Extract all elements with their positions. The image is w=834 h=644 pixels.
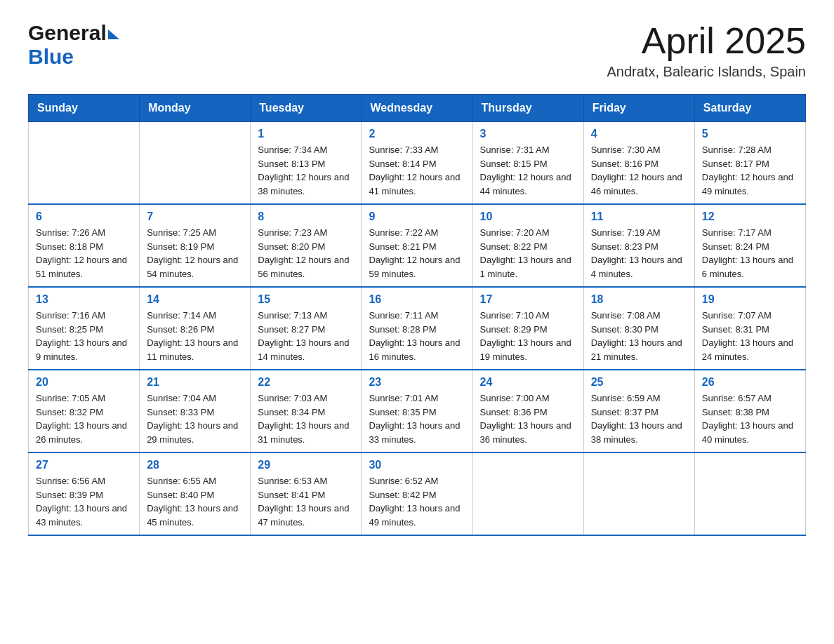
day-number: 4 <box>591 128 687 140</box>
day-info: Sunrise: 7:22 AMSunset: 8:21 PMDaylight:… <box>369 226 465 281</box>
day-number: 28 <box>147 459 243 471</box>
week-row-2: 6Sunrise: 7:26 AMSunset: 8:18 PMDaylight… <box>29 204 806 287</box>
table-row <box>694 452 805 535</box>
day-number: 7 <box>147 210 243 223</box>
table-row: 28Sunrise: 6:55 AMSunset: 8:40 PMDayligh… <box>140 452 251 535</box>
table-row: 8Sunrise: 7:23 AMSunset: 8:20 PMDaylight… <box>251 204 362 287</box>
table-row: 25Sunrise: 6:59 AMSunset: 8:37 PMDayligh… <box>583 370 694 452</box>
day-number: 23 <box>369 376 465 389</box>
table-row: 15Sunrise: 7:13 AMSunset: 8:27 PMDayligh… <box>251 287 362 370</box>
day-info: Sunrise: 6:55 AMSunset: 8:40 PMDaylight:… <box>147 474 243 529</box>
month-title: April 2025 <box>607 21 807 61</box>
day-info: Sunrise: 7:33 AMSunset: 8:14 PMDaylight:… <box>369 143 465 198</box>
col-monday: Monday <box>140 95 251 122</box>
day-number: 26 <box>702 376 798 389</box>
day-info: Sunrise: 7:20 AMSunset: 8:22 PMDaylight:… <box>480 226 576 281</box>
table-row: 1Sunrise: 7:34 AMSunset: 8:13 PMDaylight… <box>251 122 362 205</box>
day-number: 1 <box>258 128 354 140</box>
calendar-header-row: Sunday Monday Tuesday Wednesday Thursday… <box>29 95 806 122</box>
day-number: 9 <box>369 210 465 223</box>
table-row: 6Sunrise: 7:26 AMSunset: 8:18 PMDaylight… <box>29 204 140 287</box>
day-info: Sunrise: 7:08 AMSunset: 8:30 PMDaylight:… <box>591 309 687 363</box>
day-info: Sunrise: 7:31 AMSunset: 8:15 PMDaylight:… <box>480 143 576 198</box>
table-row: 21Sunrise: 7:04 AMSunset: 8:33 PMDayligh… <box>140 370 251 452</box>
table-row: 4Sunrise: 7:30 AMSunset: 8:16 PMDaylight… <box>583 122 694 205</box>
day-info: Sunrise: 7:05 AMSunset: 8:32 PMDaylight:… <box>36 391 132 446</box>
day-info: Sunrise: 6:59 AMSunset: 8:37 PMDaylight:… <box>591 391 687 446</box>
day-number: 10 <box>480 210 576 223</box>
table-row: 17Sunrise: 7:10 AMSunset: 8:29 PMDayligh… <box>472 287 583 370</box>
day-number: 27 <box>36 459 132 471</box>
table-row: 3Sunrise: 7:31 AMSunset: 8:15 PMDaylight… <box>472 122 583 205</box>
table-row: 2Sunrise: 7:33 AMSunset: 8:14 PMDaylight… <box>362 122 472 205</box>
table-row <box>583 452 694 535</box>
day-number: 8 <box>258 210 354 223</box>
day-info: Sunrise: 7:16 AMSunset: 8:25 PMDaylight:… <box>36 309 132 363</box>
table-row: 22Sunrise: 7:03 AMSunset: 8:34 PMDayligh… <box>251 370 362 452</box>
day-number: 25 <box>591 376 687 389</box>
day-info: Sunrise: 7:04 AMSunset: 8:33 PMDaylight:… <box>147 391 243 446</box>
day-number: 5 <box>702 128 798 140</box>
day-info: Sunrise: 6:56 AMSunset: 8:39 PMDaylight:… <box>36 474 132 529</box>
week-row-5: 27Sunrise: 6:56 AMSunset: 8:39 PMDayligh… <box>29 452 806 535</box>
day-info: Sunrise: 7:14 AMSunset: 8:26 PMDaylight:… <box>147 309 243 363</box>
day-info: Sunrise: 7:01 AMSunset: 8:35 PMDaylight:… <box>369 391 465 446</box>
table-row: 16Sunrise: 7:11 AMSunset: 8:28 PMDayligh… <box>362 287 472 370</box>
table-row: 18Sunrise: 7:08 AMSunset: 8:30 PMDayligh… <box>583 287 694 370</box>
logo-arrow-icon <box>108 29 119 39</box>
table-row <box>140 122 251 205</box>
day-info: Sunrise: 7:17 AMSunset: 8:24 PMDaylight:… <box>702 226 798 281</box>
day-info: Sunrise: 7:26 AMSunset: 8:18 PMDaylight:… <box>36 226 132 281</box>
day-info: Sunrise: 7:30 AMSunset: 8:16 PMDaylight:… <box>591 143 687 198</box>
logo-general-text: General <box>28 21 107 45</box>
table-row: 24Sunrise: 7:00 AMSunset: 8:36 PMDayligh… <box>472 370 583 452</box>
day-number: 24 <box>480 376 576 389</box>
table-row: 5Sunrise: 7:28 AMSunset: 8:17 PMDaylight… <box>694 122 805 205</box>
day-info: Sunrise: 7:00 AMSunset: 8:36 PMDaylight:… <box>480 391 576 446</box>
day-info: Sunrise: 7:13 AMSunset: 8:27 PMDaylight:… <box>258 309 354 363</box>
day-number: 18 <box>591 293 687 306</box>
day-number: 20 <box>36 376 132 389</box>
day-number: 15 <box>258 293 354 306</box>
day-info: Sunrise: 7:23 AMSunset: 8:20 PMDaylight:… <box>258 226 354 281</box>
table-row: 27Sunrise: 6:56 AMSunset: 8:39 PMDayligh… <box>29 452 140 535</box>
page-header: General Blue April 2025 Andratx, Baleari… <box>28 21 806 80</box>
logo: General Blue <box>28 21 119 69</box>
day-number: 3 <box>480 128 576 140</box>
table-row: 23Sunrise: 7:01 AMSunset: 8:35 PMDayligh… <box>362 370 472 452</box>
calendar-table: Sunday Monday Tuesday Wednesday Thursday… <box>28 94 806 536</box>
table-row: 13Sunrise: 7:16 AMSunset: 8:25 PMDayligh… <box>29 287 140 370</box>
day-info: Sunrise: 6:52 AMSunset: 8:42 PMDaylight:… <box>369 474 465 529</box>
day-info: Sunrise: 7:34 AMSunset: 8:13 PMDaylight:… <box>258 143 354 198</box>
day-info: Sunrise: 7:25 AMSunset: 8:19 PMDaylight:… <box>147 226 243 281</box>
location-text: Andratx, Balearic Islands, Spain <box>607 64 807 80</box>
day-number: 6 <box>36 210 132 223</box>
table-row <box>472 452 583 535</box>
col-thursday: Thursday <box>472 95 583 122</box>
week-row-3: 13Sunrise: 7:16 AMSunset: 8:25 PMDayligh… <box>29 287 806 370</box>
logo-blue-text: Blue <box>28 45 74 68</box>
table-row: 29Sunrise: 6:53 AMSunset: 8:41 PMDayligh… <box>251 452 362 535</box>
table-row: 26Sunrise: 6:57 AMSunset: 8:38 PMDayligh… <box>694 370 805 452</box>
day-info: Sunrise: 7:10 AMSunset: 8:29 PMDaylight:… <box>480 309 576 363</box>
title-section: April 2025 Andratx, Balearic Islands, Sp… <box>607 21 807 80</box>
table-row: 19Sunrise: 7:07 AMSunset: 8:31 PMDayligh… <box>694 287 805 370</box>
col-friday: Friday <box>583 95 694 122</box>
col-tuesday: Tuesday <box>251 95 362 122</box>
day-number: 19 <box>702 293 798 306</box>
day-info: Sunrise: 7:19 AMSunset: 8:23 PMDaylight:… <box>591 226 687 281</box>
week-row-1: 1Sunrise: 7:34 AMSunset: 8:13 PMDaylight… <box>29 122 806 205</box>
day-number: 30 <box>369 459 465 471</box>
col-saturday: Saturday <box>694 95 805 122</box>
col-sunday: Sunday <box>29 95 140 122</box>
day-number: 11 <box>591 210 687 223</box>
day-number: 16 <box>369 293 465 306</box>
table-row: 14Sunrise: 7:14 AMSunset: 8:26 PMDayligh… <box>140 287 251 370</box>
day-number: 12 <box>702 210 798 223</box>
table-row: 30Sunrise: 6:52 AMSunset: 8:42 PMDayligh… <box>362 452 472 535</box>
day-info: Sunrise: 7:07 AMSunset: 8:31 PMDaylight:… <box>702 309 798 363</box>
table-row: 10Sunrise: 7:20 AMSunset: 8:22 PMDayligh… <box>472 204 583 287</box>
day-number: 17 <box>480 293 576 306</box>
day-info: Sunrise: 7:11 AMSunset: 8:28 PMDaylight:… <box>369 309 465 363</box>
day-number: 21 <box>147 376 243 389</box>
